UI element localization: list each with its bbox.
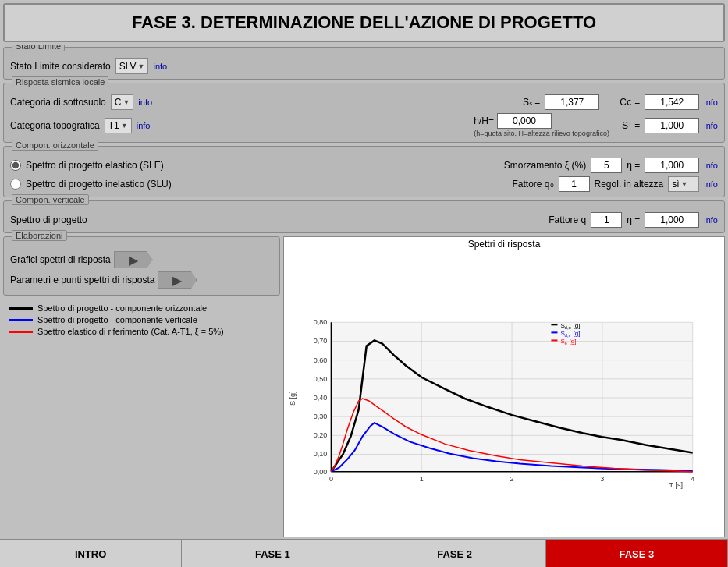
compon-verticale-section: Compon. verticale Spettro di progetto Fa… — [3, 200, 725, 233]
cat-sottosuolo-row: Categoria di sottosuolo C ▼ info Sₛ = Cᴄ… — [10, 94, 718, 110]
spettro-inelastico-label: Spettro di progetto inelastico (SLU) — [26, 179, 172, 190]
risposta-sismica-section: Risposta sismica locale Categoria di sot… — [3, 83, 725, 143]
compon-orizzontale-section: Compon. orizzontale Spettro di progetto … — [3, 146, 725, 197]
legend-item-3: Spettro elastico di riferimento (Cat. A-… — [9, 327, 274, 336]
stato-limite-info-link[interactable]: info — [153, 62, 167, 71]
main-container: FASE 3. DETERMINAZIONE DELL'AZIONE DI PR… — [0, 0, 728, 567]
vert-info-link[interactable]: info — [704, 215, 718, 225]
ss-input[interactable] — [545, 94, 599, 110]
smorzamento-label: Smorzamento ξ (%) — [504, 160, 586, 171]
cat-sottosuolo-select-group[interactable]: C ▼ — [111, 94, 134, 110]
elaborazioni-section: Elaborazioni Grafici spettri di risposta… — [3, 236, 280, 296]
cc-info-link[interactable]: info — [704, 97, 718, 107]
fattore-q-label: Fattore q — [549, 214, 586, 225]
regol-arrow-icon: ▼ — [681, 180, 688, 188]
compon-verticale-label: Compon. verticale — [12, 194, 89, 205]
chart-legend-red — [551, 339, 557, 341]
cat-topografica-arrow-icon: ▼ — [121, 122, 128, 129]
spettro-inelastico-row: Spettro di progetto inelastico (SLU) Fat… — [10, 176, 718, 192]
regol-info-link[interactable]: info — [704, 179, 718, 189]
st-info-link[interactable]: info — [704, 121, 718, 130]
smorzamento-input[interactable] — [591, 158, 622, 173]
compon-orizzontale-label: Compon. orizzontale — [12, 140, 98, 151]
svg-text:0,60: 0,60 — [314, 356, 328, 364]
spettro-elastico-row: Spettro di progetto elastico (SLE) Smorz… — [10, 158, 718, 173]
legend-line-blue — [9, 319, 33, 321]
tab-fase2[interactable]: FASE 2 — [364, 540, 546, 567]
tab-fase1[interactable]: FASE 1 — [182, 540, 364, 567]
eta-info-link-1[interactable]: info — [704, 161, 718, 170]
radio-slu[interactable] — [10, 179, 21, 190]
cat-topografica-label: Categoria topografica — [10, 120, 100, 131]
eta-label-2: η = — [627, 214, 640, 225]
svg-text:4: 4 — [691, 475, 694, 483]
cat-topografica-row: Categoria topografica T1 ▼ info h/H= (h=… — [10, 113, 718, 137]
page-title: FASE 3. DETERMINAZIONE DELL'AZIONE DI PR… — [3, 3, 725, 42]
st-input[interactable] — [645, 118, 699, 133]
slv-value: SLV — [119, 61, 137, 72]
radio-sle[interactable] — [10, 160, 21, 171]
bottom-area: Elaborazioni Grafici spettri di risposta… — [3, 236, 725, 537]
slv-arrow-icon: ▼ — [138, 62, 145, 70]
svg-text:T [s]: T [s] — [669, 481, 683, 489]
eta-input-1[interactable] — [645, 158, 699, 173]
stato-limite-label: Stato Limite — [12, 45, 65, 51]
svg-text:3: 3 — [600, 475, 604, 483]
legend-item-2: Spettro di progetto - componente vertica… — [9, 315, 274, 324]
chart-legend-blue — [551, 331, 557, 333]
tab-fase3[interactable]: FASE 3 — [546, 540, 728, 567]
hh-note: (h=quota sito, H=altezza rilievo topogra… — [474, 129, 609, 137]
svg-text:S [g]: S [g] — [289, 391, 297, 406]
spettro-verticale-label: Spettro di progetto — [10, 214, 87, 225]
svg-text:0,20: 0,20 — [314, 431, 328, 439]
spettro-verticale-row: Spettro di progetto Fattore q η = info — [10, 212, 718, 228]
legend-label-2: Spettro di progetto - componente vertica… — [37, 315, 197, 324]
cat-sottosuolo-info-link[interactable]: info — [138, 97, 152, 107]
parametri-btn[interactable]: Parametri e punti spettri di risposta ▶ — [10, 271, 273, 289]
cat-topografica-info-link[interactable]: info — [137, 121, 151, 130]
fattore-q0-label: Fattore q₀ — [513, 179, 554, 190]
regol-value: sì — [672, 179, 679, 190]
svg-text:0,50: 0,50 — [314, 375, 328, 383]
stato-limite-considerato-label: Stato Limite considerato — [10, 61, 111, 72]
eta-input-2[interactable] — [645, 212, 699, 228]
tab-intro-label: INTRO — [75, 548, 106, 560]
fattore-q0-input[interactable] — [559, 176, 590, 192]
fattore-q-input[interactable] — [591, 212, 622, 228]
legend-line-black — [9, 307, 33, 310]
cat-topografica-value: T1 — [108, 120, 119, 131]
svg-text:0,00: 0,00 — [314, 468, 328, 476]
svg-text:2: 2 — [510, 475, 514, 483]
hh-label: h/H= — [474, 115, 494, 126]
chart-area: Spettri di risposta — [283, 236, 725, 537]
cat-sottosuolo-dropdown[interactable]: C ▼ — [111, 94, 134, 110]
svg-text:0: 0 — [329, 475, 333, 483]
svg-text:0,10: 0,10 — [314, 451, 328, 459]
parametri-label: Parametri e punti spettri di risposta — [10, 275, 154, 285]
slv-dropdown[interactable]: SLV ▼ — [115, 58, 149, 74]
tab-intro[interactable]: INTRO — [0, 540, 182, 567]
svg-text:[g]: [g] — [570, 338, 577, 345]
chart-legend-black — [551, 324, 557, 325]
stato-limite-row: Stato Limite considerato SLV ▼ info — [10, 58, 718, 74]
hh-input[interactable] — [497, 113, 552, 129]
chart-svg: 0,80 0,70 0,60 0,50 0,40 0,30 0,20 0,10 … — [284, 251, 724, 537]
grafici-label: Grafici spettri di risposta — [10, 254, 111, 265]
svg-text:[g]: [g] — [574, 330, 581, 337]
cc-input[interactable] — [645, 94, 699, 110]
grafici-btn[interactable]: Grafici spettri di risposta ▶ — [10, 251, 273, 268]
legend-label-3: Spettro elastico di riferimento (Cat. A-… — [37, 327, 224, 336]
risposta-sismica-label: Risposta sismica locale — [12, 76, 108, 87]
eta-label-1: η = — [627, 160, 640, 171]
regol-dropdown[interactable]: sì ▼ — [668, 176, 699, 192]
svg-text:d,o: d,o — [565, 325, 572, 330]
left-panel: Elaborazioni Grafici spettri di risposta… — [3, 236, 280, 537]
hh-group: h/H= (h=quota sito, H=altezza rilievo to… — [474, 113, 609, 137]
tab-fase2-label: FASE 2 — [437, 548, 472, 560]
cat-topografica-select-group[interactable]: T1 ▼ — [105, 118, 132, 133]
slv-select-group[interactable]: SLV ▼ — [115, 58, 149, 74]
svg-text:0,70: 0,70 — [314, 337, 328, 345]
legend-area: Spettro di progetto - componente orizzon… — [3, 299, 280, 341]
cat-topografica-dropdown[interactable]: T1 ▼ — [105, 118, 132, 133]
ss-label: Sₛ = — [523, 97, 540, 108]
